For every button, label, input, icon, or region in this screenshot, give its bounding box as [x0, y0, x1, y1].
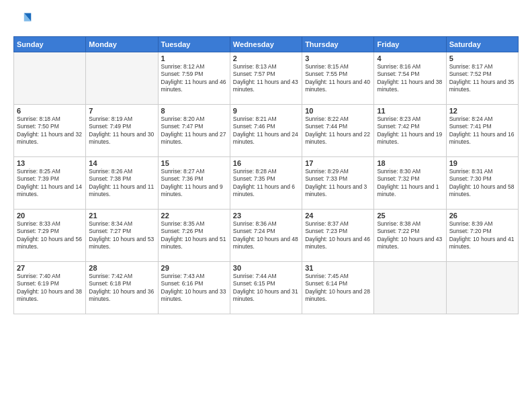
day-number: 24 [305, 212, 371, 220]
header [13, 11, 519, 30]
day-number: 6 [17, 107, 83, 115]
cell-info: Sunrise: 8:25 AMSunset: 7:39 PMDaylight:… [17, 168, 83, 199]
day-number: 16 [233, 159, 299, 167]
cell-info: Sunrise: 8:35 AMSunset: 7:26 PMDaylight:… [161, 220, 227, 251]
cell-info: Sunrise: 8:30 AMSunset: 7:32 PMDaylight:… [377, 168, 443, 199]
day-number: 9 [233, 107, 299, 115]
calendar-week-4: 20Sunrise: 8:33 AMSunset: 7:29 PMDayligh… [14, 210, 519, 262]
calendar-cell: 24Sunrise: 8:37 AMSunset: 7:23 PMDayligh… [302, 210, 374, 262]
cell-info: Sunrise: 8:22 AMSunset: 7:44 PMDaylight:… [305, 116, 371, 146]
calendar-cell: 23Sunrise: 8:36 AMSunset: 7:24 PMDayligh… [230, 210, 302, 262]
calendar-cell: 1Sunrise: 8:12 AMSunset: 7:59 PMDaylight… [158, 52, 230, 105]
day-number: 5 [449, 54, 515, 62]
cell-info: Sunrise: 8:23 AMSunset: 7:42 PMDaylight:… [377, 116, 443, 146]
cell-info: Sunrise: 8:39 AMSunset: 7:20 PMDaylight:… [449, 220, 515, 251]
calendar-cell: 14Sunrise: 8:26 AMSunset: 7:38 PMDayligh… [86, 157, 158, 210]
weekday-header-saturday: Saturday [446, 37, 518, 52]
cell-info: Sunrise: 7:42 AMSunset: 6:18 PMDaylight:… [89, 273, 154, 304]
calendar-cell: 30Sunrise: 7:44 AMSunset: 6:15 PMDayligh… [230, 262, 302, 314]
calendar-week-2: 6Sunrise: 8:18 AMSunset: 7:50 PMDaylight… [14, 105, 519, 157]
calendar-cell [14, 52, 86, 105]
calendar-cell: 18Sunrise: 8:30 AMSunset: 7:32 PMDayligh… [374, 157, 446, 210]
cell-info: Sunrise: 7:44 AMSunset: 6:15 PMDaylight:… [233, 273, 299, 304]
calendar-cell: 15Sunrise: 8:27 AMSunset: 7:36 PMDayligh… [158, 157, 230, 210]
calendar-cell: 17Sunrise: 8:29 AMSunset: 7:33 PMDayligh… [302, 157, 374, 210]
day-number: 28 [89, 264, 154, 272]
day-number: 11 [377, 107, 443, 115]
calendar-cell: 13Sunrise: 8:25 AMSunset: 7:39 PMDayligh… [14, 157, 86, 210]
cell-info: Sunrise: 8:13 AMSunset: 7:57 PMDaylight:… [233, 63, 299, 94]
day-number: 31 [305, 264, 371, 272]
calendar-cell [86, 52, 158, 105]
cell-info: Sunrise: 8:21 AMSunset: 7:46 PMDaylight:… [233, 116, 299, 146]
calendar-cell: 4Sunrise: 8:16 AMSunset: 7:54 PMDaylight… [374, 52, 446, 105]
calendar-cell: 31Sunrise: 7:45 AMSunset: 6:14 PMDayligh… [302, 262, 374, 314]
calendar-cell: 5Sunrise: 8:17 AMSunset: 7:52 PMDaylight… [446, 52, 518, 105]
calendar-week-3: 13Sunrise: 8:25 AMSunset: 7:39 PMDayligh… [14, 157, 519, 210]
weekday-header-friday: Friday [374, 37, 446, 52]
calendar-cell: 29Sunrise: 7:43 AMSunset: 6:16 PMDayligh… [158, 262, 230, 314]
day-number: 14 [89, 159, 154, 167]
page: SundayMondayTuesdayWednesdayThursdayFrid… [0, 0, 532, 411]
day-number: 23 [233, 212, 299, 220]
calendar-cell: 6Sunrise: 8:18 AMSunset: 7:50 PMDaylight… [14, 105, 86, 157]
cell-info: Sunrise: 8:18 AMSunset: 7:50 PMDaylight:… [17, 116, 83, 146]
logo-icon [13, 11, 32, 30]
calendar-cell: 9Sunrise: 8:21 AMSunset: 7:46 PMDaylight… [230, 105, 302, 157]
calendar-cell [446, 262, 518, 314]
weekday-header-thursday: Thursday [302, 37, 374, 52]
calendar-cell: 26Sunrise: 8:39 AMSunset: 7:20 PMDayligh… [446, 210, 518, 262]
calendar-week-5: 27Sunrise: 7:40 AMSunset: 6:19 PMDayligh… [14, 262, 519, 314]
day-number: 27 [17, 264, 83, 272]
weekday-header-row: SundayMondayTuesdayWednesdayThursdayFrid… [14, 37, 519, 52]
calendar-cell: 16Sunrise: 8:28 AMSunset: 7:35 PMDayligh… [230, 157, 302, 210]
cell-info: Sunrise: 8:38 AMSunset: 7:22 PMDaylight:… [377, 220, 443, 251]
cell-info: Sunrise: 8:27 AMSunset: 7:36 PMDaylight:… [161, 168, 227, 199]
day-number: 3 [305, 54, 371, 62]
day-number: 21 [89, 212, 154, 220]
day-number: 4 [377, 54, 443, 62]
logo [13, 11, 35, 30]
calendar-cell: 21Sunrise: 8:34 AMSunset: 7:27 PMDayligh… [86, 210, 158, 262]
cell-info: Sunrise: 8:31 AMSunset: 7:30 PMDaylight:… [449, 168, 515, 199]
calendar-cell [374, 262, 446, 314]
day-number: 29 [161, 264, 227, 272]
calendar-cell: 8Sunrise: 8:20 AMSunset: 7:47 PMDaylight… [158, 105, 230, 157]
calendar-cell: 2Sunrise: 8:13 AMSunset: 7:57 PMDaylight… [230, 52, 302, 105]
calendar-cell: 27Sunrise: 7:40 AMSunset: 6:19 PMDayligh… [14, 262, 86, 314]
weekday-header-tuesday: Tuesday [158, 37, 230, 52]
calendar-cell: 3Sunrise: 8:15 AMSunset: 7:55 PMDaylight… [302, 52, 374, 105]
day-number: 30 [233, 264, 299, 272]
day-number: 17 [305, 159, 371, 167]
day-number: 12 [449, 107, 515, 115]
cell-info: Sunrise: 8:24 AMSunset: 7:41 PMDaylight:… [449, 116, 515, 146]
weekday-header-monday: Monday [86, 37, 158, 52]
day-number: 18 [377, 159, 443, 167]
calendar-cell: 20Sunrise: 8:33 AMSunset: 7:29 PMDayligh… [14, 210, 86, 262]
calendar-cell: 22Sunrise: 8:35 AMSunset: 7:26 PMDayligh… [158, 210, 230, 262]
cell-info: Sunrise: 8:37 AMSunset: 7:23 PMDaylight:… [305, 220, 371, 251]
calendar-table: SundayMondayTuesdayWednesdayThursdayFrid… [13, 36, 519, 314]
cell-info: Sunrise: 8:15 AMSunset: 7:55 PMDaylight:… [305, 63, 371, 94]
cell-info: Sunrise: 7:43 AMSunset: 6:16 PMDaylight:… [161, 273, 227, 304]
calendar-cell: 25Sunrise: 8:38 AMSunset: 7:22 PMDayligh… [374, 210, 446, 262]
day-number: 26 [449, 212, 515, 220]
cell-info: Sunrise: 8:20 AMSunset: 7:47 PMDaylight:… [161, 116, 227, 146]
cell-info: Sunrise: 8:16 AMSunset: 7:54 PMDaylight:… [377, 63, 443, 94]
day-number: 20 [17, 212, 83, 220]
day-number: 13 [17, 159, 83, 167]
calendar-cell: 10Sunrise: 8:22 AMSunset: 7:44 PMDayligh… [302, 105, 374, 157]
weekday-header-wednesday: Wednesday [230, 37, 302, 52]
day-number: 7 [89, 107, 154, 115]
calendar-cell: 28Sunrise: 7:42 AMSunset: 6:18 PMDayligh… [86, 262, 158, 314]
cell-info: Sunrise: 8:28 AMSunset: 7:35 PMDaylight:… [233, 168, 299, 199]
cell-info: Sunrise: 8:34 AMSunset: 7:27 PMDaylight:… [89, 220, 154, 251]
day-number: 1 [161, 54, 227, 62]
day-number: 19 [449, 159, 515, 167]
day-number: 15 [161, 159, 227, 167]
cell-info: Sunrise: 8:26 AMSunset: 7:38 PMDaylight:… [89, 168, 154, 199]
cell-info: Sunrise: 7:45 AMSunset: 6:14 PMDaylight:… [305, 273, 371, 304]
weekday-header-sunday: Sunday [14, 37, 86, 52]
day-number: 2 [233, 54, 299, 62]
day-number: 8 [161, 107, 227, 115]
